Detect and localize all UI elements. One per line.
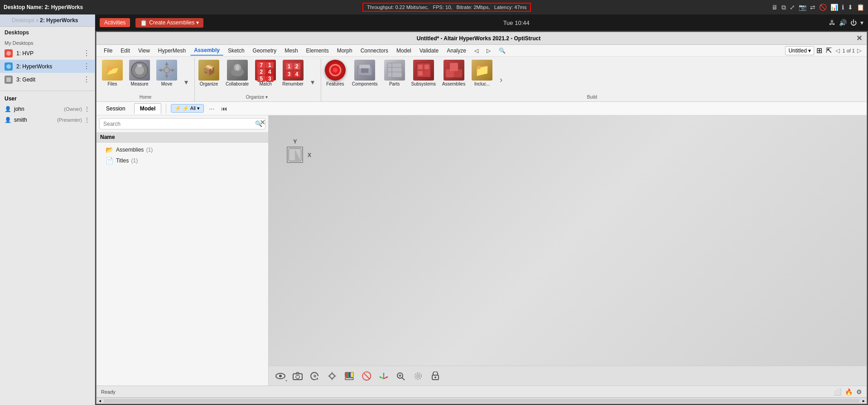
resize-icon[interactable]: ⤢ bbox=[790, 4, 795, 11]
page-nav-next[interactable]: ▷ bbox=[856, 46, 863, 55]
menu-validate[interactable]: Validate bbox=[416, 46, 442, 55]
assemblies-tree-count: (1) bbox=[145, 147, 153, 153]
svg-point-49 bbox=[330, 374, 334, 378]
tab-popout-button[interactable]: ⇱ bbox=[826, 46, 832, 55]
ribbon-tool-features[interactable]: Features bbox=[323, 58, 347, 88]
tree-item-assemblies[interactable]: 📂 Assemblies (1) bbox=[96, 144, 268, 155]
info-icon[interactable]: ℹ bbox=[842, 4, 844, 11]
search-input[interactable] bbox=[100, 119, 252, 129]
sound-icon[interactable]: 🔊 bbox=[839, 19, 847, 26]
viewport-canvas[interactable]: Y X bbox=[269, 115, 867, 366]
hw-ribbon: 📂 Files Measure bbox=[96, 57, 867, 102]
ribbon-tool-renumber[interactable]: 1 2 3 4 Renumber bbox=[280, 58, 305, 88]
user-smith-more-button[interactable]: ⋮ bbox=[84, 116, 90, 124]
ribbon-build-nav-arrow[interactable]: › bbox=[498, 71, 504, 88]
menu-elements[interactable]: Elements bbox=[303, 46, 333, 55]
hscroll-track[interactable] bbox=[104, 399, 859, 403]
ribbon-tool-parts[interactable]: Parts bbox=[382, 58, 407, 88]
svg-line-67 bbox=[402, 377, 405, 380]
ribbon-tool-include[interactable]: 📁 Incluc... bbox=[470, 58, 494, 88]
hw-close-button[interactable]: ✕ bbox=[856, 34, 862, 43]
menu-nav-prev[interactable]: ◁ bbox=[471, 46, 482, 55]
menu-model[interactable]: Model bbox=[393, 46, 415, 55]
tab-new-button[interactable]: ⊞ bbox=[816, 46, 822, 55]
panel-close-button[interactable]: ✕ bbox=[260, 118, 265, 127]
ribbon-tool-measure[interactable]: Measure bbox=[127, 58, 152, 88]
vp-tool-morph[interactable] bbox=[411, 369, 425, 383]
status-settings-icon[interactable]: ⚙ bbox=[856, 388, 862, 395]
vp-tool-light[interactable] bbox=[325, 369, 339, 383]
tab-model[interactable]: Model bbox=[134, 103, 162, 114]
hw-titlebar: Untitled* - Altair HyperWorks 2021.2 - O… bbox=[96, 32, 867, 45]
hw-hscrollbar: ◂ ▸ bbox=[96, 397, 867, 404]
network-icon[interactable]: 🖧 bbox=[829, 19, 835, 26]
sidebar-item-hyperworks[interactable]: 2: HyperWorks ⋮ bbox=[0, 60, 95, 73]
vp-tool-palette[interactable] bbox=[342, 369, 357, 383]
page-nav-prev[interactable]: ◁ bbox=[834, 46, 841, 55]
menu-view[interactable]: View bbox=[135, 46, 154, 55]
menu-hypermesh[interactable]: HyperMesh bbox=[154, 46, 189, 55]
vp-tool-search-zoom[interactable] bbox=[394, 369, 408, 383]
ribbon-organize-nav-arrow[interactable]: ▾ bbox=[309, 76, 316, 88]
user-john-more-button[interactable]: ⋮ bbox=[84, 105, 90, 113]
breadcrumb-desktops[interactable]: Desktops bbox=[12, 17, 34, 24]
assemblies-tree-label: Assemblies bbox=[116, 147, 144, 153]
menu-search-icon[interactable]: 🔍 bbox=[495, 46, 509, 55]
ribbon-tool-organize[interactable]: 📦 Organize bbox=[197, 58, 221, 88]
hscroll-left-button[interactable]: ◂ bbox=[96, 398, 103, 404]
gedit-more-button[interactable]: ⋮ bbox=[83, 75, 90, 84]
vp-tool-no-icon[interactable]: 🚫 bbox=[359, 369, 374, 383]
menu-assembly[interactable]: Assembly bbox=[190, 46, 223, 56]
hvp-more-button[interactable]: ⋮ bbox=[83, 49, 90, 57]
download-icon[interactable]: ⬇ bbox=[848, 4, 853, 11]
toolbar2-skip-button[interactable]: ⏮ bbox=[219, 104, 229, 114]
menu-nav-next[interactable]: ▷ bbox=[483, 46, 494, 55]
camera-icon[interactable]: 📷 bbox=[799, 4, 806, 11]
menu-geometry[interactable]: Geometry bbox=[249, 46, 280, 55]
ribbon-tool-files[interactable]: 📂 Files bbox=[100, 58, 125, 88]
menu-connectors[interactable]: Connectors bbox=[357, 46, 392, 55]
vp-tool-axis3d[interactable] bbox=[376, 369, 391, 383]
block-icon[interactable]: 🚫 bbox=[819, 4, 827, 11]
menu-morph[interactable]: Morph bbox=[333, 46, 356, 55]
tab-name-dropdown[interactable]: Untitled ▾ bbox=[785, 46, 814, 55]
vp-tool-lock[interactable] bbox=[428, 369, 443, 383]
viewport: Y X bbox=[269, 115, 867, 386]
all-filter-button[interactable]: ⚡ ⚡ All ▾ bbox=[171, 104, 204, 113]
vp-tool-camera[interactable] bbox=[290, 369, 305, 383]
power-icon[interactable]: ⏻ bbox=[850, 19, 857, 26]
system-menu-arrow[interactable]: ▾ bbox=[860, 19, 863, 26]
menu-mesh[interactable]: Mesh bbox=[281, 46, 301, 55]
menu-edit[interactable]: Edit bbox=[117, 46, 134, 55]
hyperworks-more-button[interactable]: ⋮ bbox=[83, 62, 90, 71]
menu-analyze[interactable]: Analyze bbox=[443, 46, 470, 55]
sidebar-item-gedit[interactable]: 3: Gedit ⋮ bbox=[0, 73, 95, 86]
menu-file[interactable]: File bbox=[100, 46, 116, 55]
sidebar-item-hvp[interactable]: 1: HVP ⋮ bbox=[0, 47, 95, 60]
svg-rect-36 bbox=[418, 71, 423, 76]
hscroll-right-button[interactable]: ▸ bbox=[860, 398, 867, 404]
ribbon-home-nav-arrow[interactable]: ▾ bbox=[183, 76, 190, 88]
ribbon-tool-match[interactable]: 7 1 2 4 5 3 Match bbox=[253, 58, 278, 88]
ribbon-tool-components[interactable]: Components bbox=[350, 58, 380, 88]
menu-sketch[interactable]: Sketch bbox=[224, 46, 248, 55]
tree-item-titles[interactable]: 📄 Titles (1) bbox=[96, 155, 268, 166]
vp-tool-rotate[interactable] bbox=[308, 369, 322, 383]
monitor-icon[interactable]: 🖥 bbox=[772, 4, 778, 11]
fps-value: 10, bbox=[445, 5, 452, 10]
create-assemblies-button[interactable]: 📋 Create Assemblies ▾ bbox=[135, 18, 203, 28]
stats-icon[interactable]: 📊 bbox=[830, 4, 838, 11]
activities-button[interactable]: Activities bbox=[100, 18, 130, 27]
tab-session[interactable]: Session bbox=[100, 103, 131, 114]
clipboard-icon[interactable]: 📋 bbox=[857, 4, 864, 11]
ribbon-tool-assemblies[interactable]: Assemblies bbox=[440, 58, 467, 88]
ribbon-tool-collaborate[interactable]: Collaborate bbox=[224, 58, 251, 88]
duplicate-icon[interactable]: ⧉ bbox=[781, 4, 786, 11]
transfer-icon[interactable]: ⇄ bbox=[810, 4, 815, 11]
vp-tool-eye[interactable]: ▾ bbox=[273, 369, 288, 383]
ribbon-tool-subsystems[interactable]: Subsystems bbox=[410, 58, 438, 88]
toolbar2-dots-button[interactable]: ··· bbox=[207, 104, 217, 114]
ribbon-tool-move[interactable]: Move bbox=[154, 58, 179, 88]
breadcrumb: Desktops › 2: HyperWorks bbox=[12, 17, 90, 24]
organize-icon: 📦 bbox=[198, 60, 219, 81]
